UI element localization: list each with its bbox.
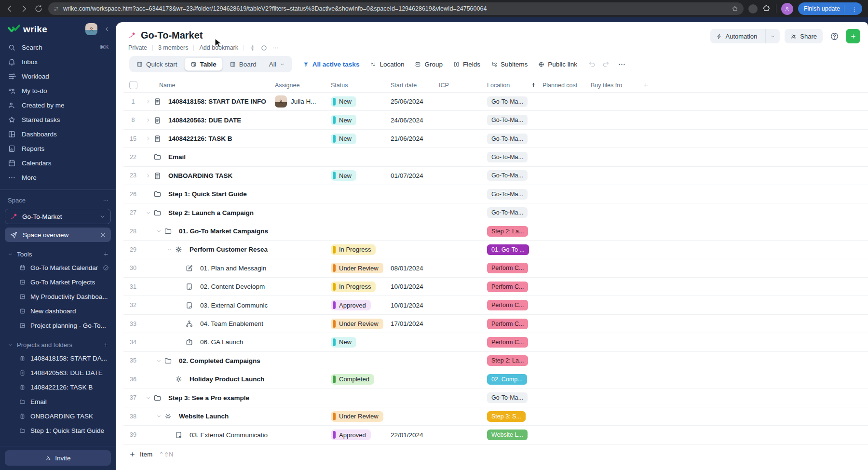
- status-cell[interactable]: In Progress: [326, 241, 386, 258]
- planned-cost-cell[interactable]: [538, 352, 586, 370]
- sidebar-item-created-by-me[interactable]: Created by me: [0, 98, 116, 112]
- expand-toggle[interactable]: [164, 247, 175, 252]
- status-cell[interactable]: New: [326, 111, 386, 129]
- planned-cost-cell[interactable]: [538, 407, 586, 425]
- location-cell[interactable]: Website L...: [482, 426, 538, 443]
- location-cell[interactable]: 01. Go-To ...: [482, 241, 538, 258]
- sidebar-project-1408418158-start-da[interactable]: 1408418158: START DA...: [0, 351, 116, 365]
- icp-cell[interactable]: [434, 167, 482, 185]
- planned-cost-cell[interactable]: [538, 148, 586, 166]
- buy-tiles-cell[interactable]: [586, 130, 634, 148]
- name-cell[interactable]: 02. Completed Campaigns: [143, 352, 270, 370]
- share-button[interactable]: Share: [785, 29, 823, 43]
- extensions-puzzle-icon[interactable]: [762, 4, 771, 13]
- planned-cost-cell[interactable]: [538, 111, 586, 129]
- planned-cost-cell[interactable]: [538, 259, 586, 277]
- sidebar-item-dashboards[interactable]: Dashboards: [0, 127, 116, 141]
- sidebar-item-reports[interactable]: Reports: [0, 141, 116, 156]
- assignee-cell[interactable]: [270, 185, 326, 203]
- expand-toggle[interactable]: [143, 99, 153, 104]
- location-badge[interactable]: Website L...: [487, 430, 528, 440]
- buy-tiles-cell[interactable]: [586, 278, 634, 295]
- icp-cell[interactable]: [434, 352, 482, 370]
- start-date-cell[interactable]: [386, 333, 434, 351]
- planned-cost-cell[interactable]: [538, 315, 586, 333]
- start-date-cell[interactable]: 21/06/2024: [386, 130, 434, 148]
- icp-cell[interactable]: [434, 185, 482, 203]
- table-row[interactable]: 3406. GA LaunchNewPerform C...: [123, 333, 868, 351]
- assignee-cell[interactable]: [270, 241, 326, 258]
- expand-toggle[interactable]: [143, 136, 153, 141]
- sidebar-item-my-to-do[interactable]: My to-do: [0, 83, 116, 98]
- start-date-cell[interactable]: [386, 203, 434, 221]
- location-cell[interactable]: Step 3: S...: [482, 407, 538, 425]
- start-date-cell[interactable]: 24/06/2024: [386, 111, 434, 129]
- status-cell[interactable]: New: [326, 167, 386, 185]
- assignee-cell[interactable]: [270, 315, 326, 333]
- location-cell[interactable]: Go-To-Ma...: [482, 167, 538, 185]
- start-date-cell[interactable]: [386, 389, 434, 407]
- automation-button[interactable]: Automation: [710, 29, 780, 43]
- extension-icon[interactable]: [748, 4, 758, 13]
- table-row[interactable]: 11408418158: START DATE INFOJulia H...Ne…: [123, 93, 868, 111]
- privacy-label[interactable]: Private: [128, 44, 147, 51]
- buy-tiles-cell[interactable]: [586, 111, 634, 129]
- status-cell[interactable]: [326, 185, 386, 203]
- sidebar-item-search[interactable]: Search⌘K: [0, 40, 116, 54]
- icp-cell[interactable]: [434, 130, 482, 148]
- expand-toggle[interactable]: [143, 118, 153, 123]
- undo-button[interactable]: [588, 60, 596, 68]
- space-more-icon[interactable]: [103, 197, 109, 203]
- name-cell[interactable]: Step 3: See a Pro example: [143, 389, 270, 407]
- column-header-buy-tiles[interactable]: Buy tiles fro: [586, 78, 634, 92]
- status-cell[interactable]: New: [326, 130, 386, 148]
- location-badge[interactable]: Perform C...: [487, 337, 528, 348]
- name-cell[interactable]: 03. External Communic: [143, 296, 270, 314]
- more-dots-icon[interactable]: [272, 45, 279, 51]
- expand-toggle[interactable]: [153, 358, 164, 363]
- status-cell[interactable]: [326, 203, 386, 221]
- location-cell[interactable]: Go-To-Ma...: [482, 389, 538, 407]
- name-cell[interactable]: ONBOARDING TASK: [143, 167, 270, 185]
- expand-toggle[interactable]: [143, 395, 153, 401]
- page-title[interactable]: Go-To-Market: [141, 30, 203, 41]
- status-badge[interactable]: In Progress: [331, 282, 376, 292]
- expand-toggle[interactable]: [143, 210, 153, 215]
- column-header-start-date[interactable]: Start date: [386, 78, 434, 92]
- redo-button[interactable]: [602, 60, 610, 68]
- status-cell[interactable]: [326, 148, 386, 166]
- start-date-cell[interactable]: [386, 185, 434, 203]
- location-badge[interactable]: Go-To-Ma...: [487, 189, 528, 200]
- status-cell[interactable]: Approved: [326, 426, 386, 443]
- location-badge[interactable]: Step 3: S...: [487, 411, 526, 422]
- location-cell[interactable]: Perform C...: [482, 315, 538, 333]
- assignee-cell[interactable]: Julia H...: [270, 93, 326, 110]
- icp-cell[interactable]: [434, 426, 482, 443]
- table-row[interactable]: 29Perform Customer ReseaIn Progress01. G…: [123, 241, 868, 259]
- sidebar-item-workload[interactable]: Workload: [0, 69, 116, 83]
- filter-button[interactable]: All active tasks: [303, 61, 360, 68]
- expand-toggle[interactable]: [153, 228, 164, 234]
- icp-cell[interactable]: [434, 93, 482, 110]
- automation-dropdown[interactable]: [765, 29, 780, 43]
- assignee-cell[interactable]: [270, 296, 326, 314]
- start-date-cell[interactable]: [386, 370, 434, 388]
- assignee-cell[interactable]: [270, 148, 326, 166]
- gear-icon[interactable]: [100, 232, 106, 238]
- icp-cell[interactable]: [434, 315, 482, 333]
- table-row[interactable]: 3304. Team EnablementUnder Review17/01/2…: [123, 315, 868, 333]
- icp-cell[interactable]: [434, 407, 482, 425]
- location-cell[interactable]: Go-To-Ma...: [482, 111, 538, 129]
- column-header-icp[interactable]: ICP: [434, 78, 482, 92]
- name-cell[interactable]: Holiday Product Launch: [143, 370, 270, 388]
- sidebar-tool-new-dashboard[interactable]: New dashboard: [0, 304, 116, 318]
- planned-cost-cell[interactable]: [538, 333, 586, 351]
- location-badge[interactable]: Perform C...: [487, 282, 528, 292]
- select-all-checkbox[interactable]: [129, 81, 137, 89]
- browser-back-icon[interactable]: [5, 4, 14, 13]
- members-count[interactable]: 3 members: [158, 44, 189, 51]
- sidebar-project-1408420563-due-date[interactable]: 1408420563: DUE DATE: [0, 365, 116, 380]
- planned-cost-cell[interactable]: [538, 278, 586, 295]
- location-cell[interactable]: Step 2: La...: [482, 222, 538, 240]
- name-cell[interactable]: 1408420563: DUE DATE: [143, 111, 270, 129]
